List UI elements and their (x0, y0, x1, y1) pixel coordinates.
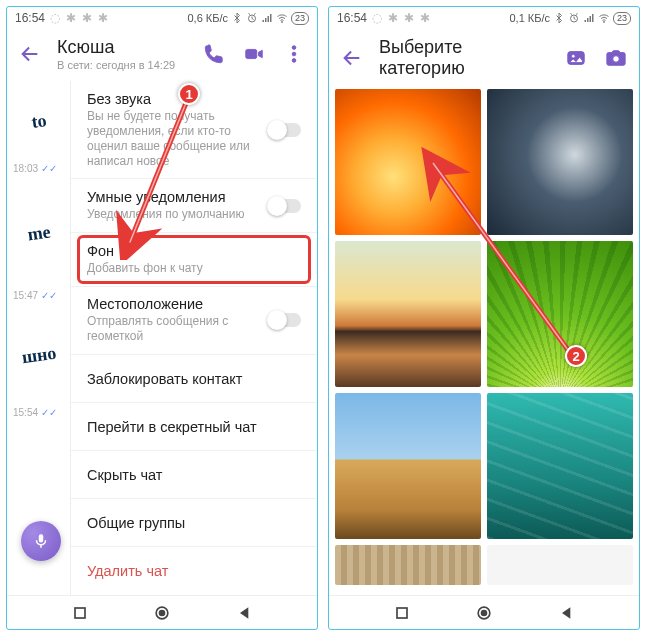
aperture-icon: ✱ (403, 12, 415, 24)
setting-background[interactable]: Фон Добавить фон к чату (71, 233, 317, 287)
android-nav (329, 595, 639, 629)
status-dot-icon: ◌ (49, 12, 61, 24)
svg-point-4 (292, 52, 296, 56)
nav-home-icon[interactable] (152, 603, 172, 623)
bg-option-sunset[interactable] (335, 241, 481, 387)
phone-left: 16:54 ◌ ✱ ✱ ✱ 0,6 КБ/с 23 (6, 6, 318, 630)
bg-option-dune[interactable] (335, 393, 481, 539)
status-dot-icon: ◌ (371, 12, 383, 24)
nav-recent-icon[interactable] (70, 603, 90, 623)
android-nav (7, 595, 317, 629)
svg-point-3 (292, 46, 296, 50)
setting-secret-chat[interactable]: Перейти в секретный чат (71, 403, 317, 451)
setting-common-groups[interactable]: Общие группы (71, 499, 317, 547)
gallery-icon[interactable] (563, 45, 589, 71)
svg-point-12 (571, 54, 575, 58)
toggle[interactable] (269, 199, 301, 213)
back-icon[interactable] (339, 45, 365, 71)
svg-rect-2 (246, 49, 257, 58)
contact-name: Ксюша (57, 37, 187, 58)
setting-delete-chat[interactable]: Удалить чат (71, 547, 317, 595)
chat-header: Ксюша В сети: сегодня в 14:29 (7, 29, 317, 81)
last-seen: В сети: сегодня в 14:29 (57, 59, 187, 71)
svg-rect-6 (75, 608, 85, 618)
net-speed: 0,6 КБ/с (187, 12, 228, 24)
bg-option-wood[interactable] (335, 545, 481, 585)
svg-point-1 (281, 22, 282, 23)
mic-button[interactable] (21, 521, 61, 561)
wifi-icon (276, 12, 288, 24)
sticker: шно (7, 301, 71, 409)
nav-back-icon[interactable] (557, 603, 577, 623)
aperture-icon: ✱ (81, 12, 93, 24)
nav-home-icon[interactable] (474, 603, 494, 623)
svg-point-8 (160, 610, 165, 615)
signal-icon (583, 12, 595, 24)
chat-peek-column: to 18:03 ✓✓ me 15:47 ✓✓ шно 15:54 ✓✓ (7, 81, 71, 595)
net-speed: 0,1 КБ/с (509, 12, 550, 24)
sticker: to (7, 81, 71, 165)
status-bar: 16:54 ◌ ✱ ✱ ✱ 0,6 КБ/с 23 (7, 7, 317, 29)
bluetooth-icon (231, 12, 243, 24)
callout-badge-1: 1 (178, 83, 200, 105)
svg-rect-14 (397, 608, 407, 618)
category-header: Выберите категорию (329, 29, 639, 89)
aperture-icon: ✱ (419, 12, 431, 24)
nav-recent-icon[interactable] (392, 603, 412, 623)
nav-back-icon[interactable] (235, 603, 255, 623)
page-title: Выберите категорию (379, 37, 549, 79)
more-icon[interactable] (281, 41, 307, 67)
video-call-icon[interactable] (241, 41, 267, 67)
bg-option-fire[interactable] (335, 89, 481, 235)
back-icon[interactable] (17, 41, 43, 67)
bluetooth-icon (553, 12, 565, 24)
clock: 16:54 (15, 11, 45, 25)
bg-option-plain[interactable] (487, 545, 633, 585)
phone-right: 16:54 ◌ ✱ ✱ ✱ 0,1 КБ/с 23 Выберите катег… (328, 6, 640, 630)
aperture-icon: ✱ (97, 12, 109, 24)
toggle[interactable] (269, 313, 301, 327)
setting-smart-notifications[interactable]: Умные уведомления Уведомления по умолчан… (71, 179, 317, 233)
battery-icon: 23 (291, 12, 309, 25)
bg-option-storm[interactable] (487, 89, 633, 235)
toggle[interactable] (269, 123, 301, 137)
clock: 16:54 (337, 11, 367, 25)
aperture-icon: ✱ (65, 12, 77, 24)
aperture-icon: ✱ (387, 12, 399, 24)
svg-point-10 (603, 22, 604, 23)
signal-icon (261, 12, 273, 24)
svg-point-13 (613, 56, 619, 62)
camera-icon[interactable] (603, 45, 629, 71)
battery-icon: 23 (613, 12, 631, 25)
wifi-icon (598, 12, 610, 24)
background-grid (329, 89, 639, 585)
setting-location[interactable]: Местоположение Отправлять сообщения с ге… (71, 287, 317, 356)
svg-point-16 (482, 610, 487, 615)
status-bar: 16:54 ◌ ✱ ✱ ✱ 0,1 КБ/с 23 (329, 7, 639, 29)
settings-panel: Без звука Вы не будете получать уведомле… (71, 81, 317, 595)
alarm-icon (246, 12, 258, 24)
setting-block[interactable]: Заблокировать контакт (71, 355, 317, 403)
bg-option-leaf[interactable] (487, 241, 633, 387)
setting-hide-chat[interactable]: Скрыть чат (71, 451, 317, 499)
call-icon[interactable] (201, 41, 227, 67)
svg-point-5 (292, 59, 296, 63)
callout-badge-2: 2 (565, 345, 587, 367)
sticker: me (7, 174, 71, 292)
bg-option-sea[interactable] (487, 393, 633, 539)
alarm-icon (568, 12, 580, 24)
